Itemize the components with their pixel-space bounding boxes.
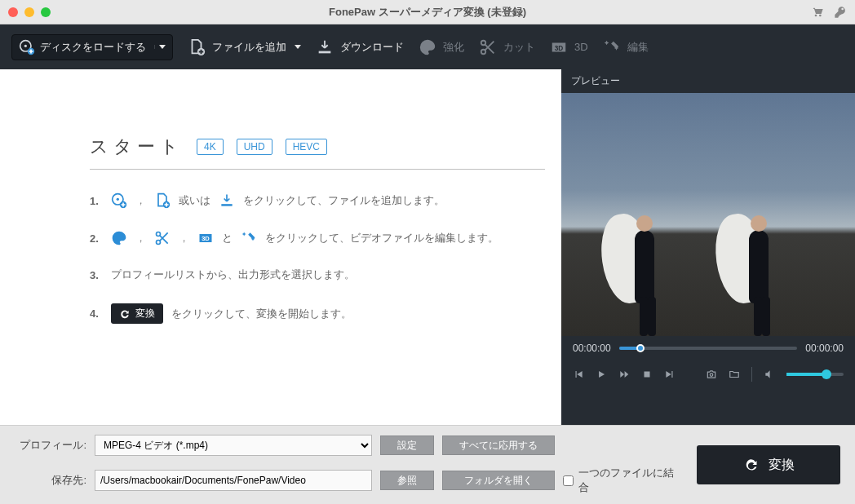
3d-icon: 3D xyxy=(197,230,214,246)
player-controls xyxy=(561,360,855,391)
3d-icon: 3D xyxy=(550,38,568,56)
enhance-label: 強化 xyxy=(443,40,464,55)
surfer-figure xyxy=(724,173,798,336)
file-add-icon xyxy=(188,38,206,56)
start-heading: スタート xyxy=(90,135,184,159)
convert-button-label: 変換 xyxy=(769,457,795,474)
download-label: ダウンロード xyxy=(340,40,404,55)
step-number: 2. xyxy=(90,232,103,245)
load-disk-label: ディスクをロードする xyxy=(40,40,146,55)
seek-slider[interactable] xyxy=(619,347,798,350)
and-label: と xyxy=(222,231,233,245)
destination-input[interactable] xyxy=(95,470,372,491)
load-disk-button[interactable]: ディスクをロードする xyxy=(11,34,173,60)
chevron-down-icon xyxy=(295,45,301,49)
prev-icon[interactable] xyxy=(573,369,584,380)
step-1: 1. ， 或いは をクリックして、ファイルを追加します。 xyxy=(90,192,545,209)
or-label: 或いは xyxy=(179,193,210,208)
svg-rect-16 xyxy=(645,372,650,378)
scissors-icon xyxy=(479,38,497,56)
volume-icon[interactable] xyxy=(764,369,775,380)
surfer-figure xyxy=(610,173,684,336)
download-button[interactable]: ダウンロード xyxy=(316,38,404,56)
preview-panel: プレビュー 00:00:00 00:00:00 xyxy=(561,69,855,425)
bottom-bar: プロフィール: MPEG-4 ビデオ (*.mp4) 設定 すべてに応用する 保… xyxy=(0,425,855,504)
preview-title: プレビュー xyxy=(561,69,855,93)
step-2-text: をクリックして、ビデオファイルを編集します。 xyxy=(265,231,498,245)
badge-hevc: HEVC xyxy=(286,139,327,155)
browse-button[interactable]: 参照 xyxy=(380,471,434,490)
3d-label: 3D xyxy=(574,41,588,53)
disc-add-icon xyxy=(111,192,127,209)
start-header: スタート 4K UHD HEVC xyxy=(90,135,545,170)
download-icon xyxy=(316,38,334,56)
step-4-text: をクリックして、変換を開始します。 xyxy=(171,307,352,321)
main-toolbar: ディスクをロードする ファイルを追加 ダウンロード 強化 カット 3D 3D 編… xyxy=(0,24,855,69)
merge-label: 一つのファイルに結合 xyxy=(578,466,684,495)
merge-checkbox[interactable] xyxy=(563,475,574,486)
divider xyxy=(751,367,752,382)
step-1-text: をクリックして、ファイルを追加します。 xyxy=(243,193,445,208)
merge-checkbox-row: 一つのファイルに結合 xyxy=(563,466,684,495)
preview-image xyxy=(561,93,855,336)
profile-select[interactable]: MPEG-4 ビデオ (*.mp4) xyxy=(95,435,372,456)
convert-button[interactable]: 変換 xyxy=(697,445,840,484)
settings-button[interactable]: 設定 xyxy=(380,435,434,455)
file-add-icon xyxy=(154,192,171,209)
add-file-label: ファイルを追加 xyxy=(212,40,286,55)
palette-icon xyxy=(111,230,127,246)
download-icon xyxy=(219,192,235,209)
fast-forward-icon[interactable] xyxy=(618,369,630,380)
folder-icon[interactable] xyxy=(729,369,740,380)
edit-button[interactable]: 編集 xyxy=(603,38,649,56)
apply-all-button[interactable]: すべてに応用する xyxy=(442,435,555,455)
stop-icon[interactable] xyxy=(641,369,653,380)
snapshot-icon[interactable] xyxy=(706,369,717,380)
enhance-button[interactable]: 強化 xyxy=(419,38,464,56)
badge-uhd: UHD xyxy=(237,139,272,155)
step-number: 3. xyxy=(90,269,103,281)
step-number: 1. xyxy=(90,195,103,207)
wand-icon xyxy=(241,230,257,246)
convert-pill-label: 変換 xyxy=(135,307,155,321)
palette-icon xyxy=(419,38,436,56)
badge-4k: 4K xyxy=(197,139,224,155)
step-3: 3. プロフィールリストから、出力形式を選択します。 xyxy=(90,267,545,282)
svg-point-9 xyxy=(117,198,119,201)
edit-label: 編集 xyxy=(627,40,649,55)
window-titlebar: FonePaw スーパーメディア変換 (未登録) xyxy=(0,0,855,24)
step-4: 4. 変換 をクリックして、変換を開始します。 xyxy=(90,303,545,324)
step-2: 2. ， ， 3D と をクリックして、ビデオファイルを編集します。 xyxy=(90,230,545,246)
svg-text:3D: 3D xyxy=(555,44,564,51)
step-number: 4. xyxy=(90,307,103,320)
svg-text:3D: 3D xyxy=(202,235,210,242)
svg-point-17 xyxy=(710,374,713,377)
wand-icon xyxy=(603,38,621,56)
cut-label: カット xyxy=(503,40,535,55)
step-3-text: プロフィールリストから、出力形式を選択します。 xyxy=(111,267,355,282)
destination-label: 保存先: xyxy=(15,473,86,488)
refresh-icon xyxy=(119,308,131,320)
main-panel: スタート 4K UHD HEVC 1. ， 或いは をクリックして、ファイルを追… xyxy=(0,69,561,425)
scissors-icon xyxy=(154,230,171,246)
refresh-icon xyxy=(742,457,759,473)
cut-button[interactable]: カット xyxy=(479,38,535,56)
time-current: 00:00:00 xyxy=(573,343,611,354)
profile-label: プロフィール: xyxy=(15,438,86,453)
volume-slider[interactable] xyxy=(786,373,844,376)
3d-button[interactable]: 3D 3D xyxy=(550,38,588,56)
time-total: 00:00:00 xyxy=(805,343,844,354)
window-title: FonePaw スーパーメディア変換 (未登録) xyxy=(0,5,855,20)
convert-pill: 変換 xyxy=(111,303,163,324)
time-row: 00:00:00 00:00:00 xyxy=(561,336,855,360)
add-file-button[interactable]: ファイルを追加 xyxy=(188,38,301,56)
svg-point-1 xyxy=(24,44,27,46)
open-folder-button[interactable]: フォルダを開く xyxy=(442,471,555,490)
disc-add-icon xyxy=(19,39,35,55)
chevron-down-icon xyxy=(159,45,166,49)
play-icon[interactable] xyxy=(596,369,607,380)
next-icon[interactable] xyxy=(664,369,676,380)
